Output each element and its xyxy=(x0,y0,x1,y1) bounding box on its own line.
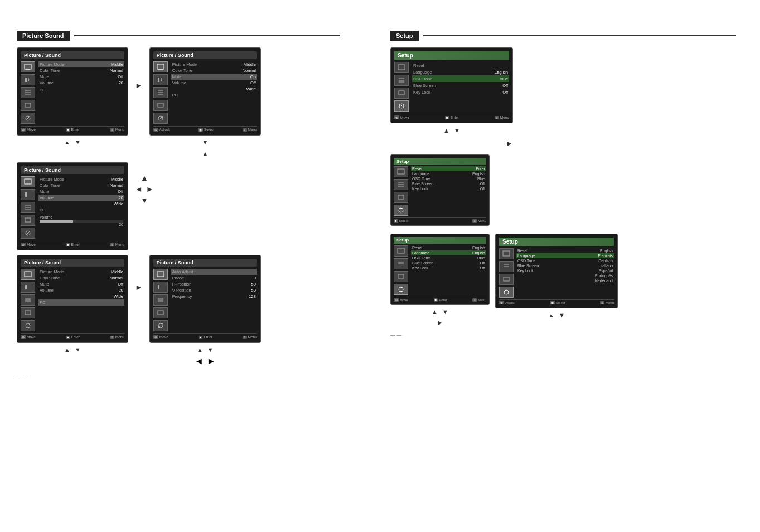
right-title-line xyxy=(423,35,736,36)
left-section: Picture Sound Picture / Sound xyxy=(17,31,340,378)
ps3-r6: PC xyxy=(38,207,124,213)
ps1-row6: PC xyxy=(38,87,124,93)
ps2-icon-4 xyxy=(153,100,168,111)
s2-nav: ■ Select ≡ Menu xyxy=(394,217,486,223)
ps2-arrow-right: ▲ xyxy=(202,150,209,158)
ps1-title: Picture / Sound xyxy=(21,51,124,59)
svg-rect-2 xyxy=(25,78,27,82)
ps1-sidebar xyxy=(21,61,36,124)
ps1-col: Picture / Sound xyxy=(17,47,128,147)
svg-rect-27 xyxy=(25,285,27,289)
s4-up[interactable]: ▲ xyxy=(548,312,554,318)
s3-down[interactable]: ▼ xyxy=(442,308,448,315)
ps4-r2: Color Tone Normal xyxy=(38,275,124,281)
left-bottom-note: — — xyxy=(17,372,340,378)
s2-r2: Language English xyxy=(411,171,486,176)
s1-col: Setup xyxy=(390,47,513,148)
s3-icon-1 xyxy=(394,245,408,257)
ps4-up[interactable]: ▲ xyxy=(64,346,70,353)
s3-content: Reset English Language English OSD Tone … xyxy=(411,245,486,295)
s1-r2: Language English xyxy=(412,69,509,75)
s2-osd: Setup xyxy=(390,154,490,226)
ps4-r1: Picture Mode Middle xyxy=(38,269,124,275)
s34-row: Setup xyxy=(390,234,736,327)
arrows-mid: ▲ ◄ ► ▼ xyxy=(135,162,154,205)
ps4-icon-4 xyxy=(21,307,35,318)
ps2-icon-2 xyxy=(153,74,168,85)
s3-r4: Blue Screen Off xyxy=(411,260,486,265)
ps1-row3: Mute Off xyxy=(38,74,124,80)
ps1-icon-5 xyxy=(21,113,35,124)
ps5-icon-2 xyxy=(153,282,168,293)
ps2-row6: PC xyxy=(171,92,257,98)
ps5-title: Picture / Sound xyxy=(153,259,257,267)
s2-row: Setup xyxy=(390,154,736,226)
ps3-title: Picture / Sound xyxy=(21,166,124,174)
s2-icon-3 xyxy=(394,192,408,203)
ps5-down[interactable]: ▼ xyxy=(207,346,214,353)
ps5-r2: Phase 0 xyxy=(171,275,257,281)
svg-rect-49 xyxy=(398,169,404,174)
svg-rect-34 xyxy=(157,272,164,277)
s2-r1: Reset Enter xyxy=(411,166,486,171)
svg-rect-53 xyxy=(398,195,404,199)
s3-col: Setup xyxy=(390,234,490,327)
ps2-icon-3 xyxy=(153,87,168,98)
ps3-r4: Volume 20 xyxy=(38,195,124,201)
ps2-sidebar xyxy=(153,61,169,124)
setup-main-row: Setup xyxy=(390,47,736,148)
s1-up[interactable]: ▲ xyxy=(443,127,449,134)
s3-up[interactable]: ▲ xyxy=(432,308,438,315)
ps1-down[interactable]: ▼ xyxy=(75,139,81,146)
s3-title: Setup xyxy=(394,237,486,244)
ps1-row1: Picture Mode Middle xyxy=(38,61,124,67)
svg-point-54 xyxy=(399,208,403,212)
svg-rect-35 xyxy=(158,285,159,289)
ps1-up[interactable]: ▲ xyxy=(64,139,70,146)
s4-nav: ⊕ Adjust ◉ Select ≡ Menu xyxy=(499,299,614,305)
s2-r3: OSD Tone Blue xyxy=(411,176,486,181)
ps5-nav: ⊕ Move ■ Enter ≡ Menu xyxy=(153,333,257,339)
svg-rect-15 xyxy=(158,103,163,107)
ps3-icon-2 xyxy=(21,189,35,200)
ps2-down[interactable]: ▼ xyxy=(202,139,208,146)
s1-content: Reset Language English OSD Tone Blue xyxy=(412,62,509,112)
s1-r4: Blue Screen Off xyxy=(412,82,509,89)
s4-content: Reset English Language Français OSD Tone… xyxy=(516,248,614,298)
s4-icon-1 xyxy=(499,248,514,259)
ps1-row4: Volume 20 xyxy=(38,80,124,86)
ps5-left[interactable]: ◄ xyxy=(195,356,204,366)
s1-r5: Key Lock Off xyxy=(412,89,509,95)
s4-r4: Blue Screen Italiano xyxy=(516,263,614,268)
left-title-area: Picture Sound xyxy=(17,31,340,41)
s1-sidebar xyxy=(394,62,410,112)
s3-nav: ⊕ Move ■ Enter ≡ Menu xyxy=(394,297,486,302)
svg-rect-26 xyxy=(25,272,31,277)
ps4-osd: Picture / Sound xyxy=(17,255,128,343)
ps5-body: Auto Adjust Phase 0 H-Position 50 V-P xyxy=(153,269,257,331)
s3-arrow-right: ► xyxy=(437,318,444,327)
s1-down[interactable]: ▼ xyxy=(454,127,460,134)
ps4-arrows: ▲ ▼ xyxy=(64,346,81,353)
svg-rect-63 xyxy=(504,277,509,281)
s4-down[interactable]: ▼ xyxy=(559,312,565,318)
svg-rect-0 xyxy=(25,64,31,69)
ps1-icon-3 xyxy=(21,87,35,98)
s3-arrows: ▲ ▼ xyxy=(432,308,448,315)
s3-r5: Key Lock Off xyxy=(411,265,486,270)
ps-row2: Picture / Sound xyxy=(17,162,340,250)
ps1-body: Picture Mode Middle Color Tone Normal Mu… xyxy=(21,61,124,124)
s1-osd: Setup xyxy=(390,47,513,123)
ps5-up[interactable]: ▲ xyxy=(197,346,203,353)
svg-point-59 xyxy=(399,287,403,292)
s1-icon-4 xyxy=(394,100,409,112)
ps3-icon-4 xyxy=(21,215,35,226)
ps5-right[interactable]: ► xyxy=(207,356,216,366)
ps2-row5: Wide xyxy=(171,86,257,92)
svg-rect-9 xyxy=(157,64,164,69)
ps3-icon-1 xyxy=(21,176,35,187)
svg-rect-55 xyxy=(398,248,404,253)
s3-sidebar xyxy=(394,245,409,295)
s2-icon-1 xyxy=(394,166,408,177)
ps4-down[interactable]: ▼ xyxy=(75,346,81,353)
